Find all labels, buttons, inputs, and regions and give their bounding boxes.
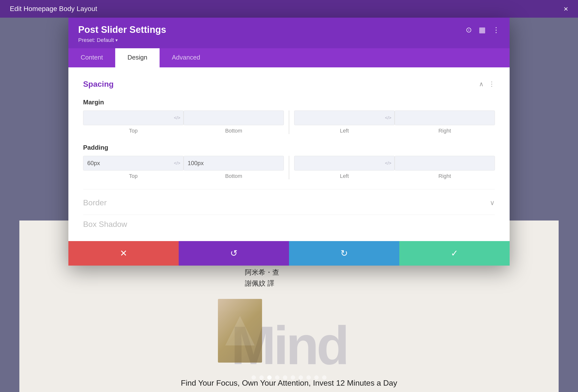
box-shadow-section: Box Shadow — [83, 215, 495, 229]
modal-title: Post Slider Settings — [78, 25, 166, 35]
book-cover-image — [218, 299, 262, 363]
border-section: Border ∨ — [83, 189, 495, 207]
margin-right-wrap: Right — [395, 111, 495, 134]
margin-bottom-label: Bottom — [225, 128, 242, 134]
tab-advanced[interactable]: Advanced — [160, 48, 212, 67]
modal-footer: ✕ ↺ ↻ ✓ — [68, 241, 510, 265]
padding-left-input-row: </> — [294, 156, 395, 171]
margin-left-input-row: </> — [294, 111, 395, 125]
padding-top-label: Top — [129, 173, 138, 179]
margin-right-input-row — [395, 111, 495, 125]
spacing-header-icons: ∧ ⋮ — [479, 80, 495, 88]
padding-top-bottom-pair: </> Top Bottom — [83, 156, 284, 179]
margin-left-code-icon[interactable]: </> — [382, 115, 394, 121]
top-bar-title: Edit Homepage Body Layout — [10, 5, 97, 13]
margin-right-input[interactable] — [395, 114, 495, 121]
modal-header-top: Post Slider Settings ⊙ ▦ ⋮ — [78, 25, 500, 35]
modal-header-icons: ⊙ ▦ ⋮ — [466, 26, 500, 34]
padding-right-input[interactable] — [395, 160, 495, 167]
preset-selector[interactable]: Preset: Default ▾ — [78, 37, 500, 43]
padding-left-code-icon[interactable]: </> — [382, 161, 394, 166]
padding-left-input[interactable] — [294, 160, 382, 167]
border-title: Border — [83, 198, 107, 207]
margin-fields-row: </> Top Bottom — [83, 111, 495, 134]
padding-label: Padding — [83, 144, 495, 151]
padding-fields-row: </> Top Bottom — [83, 156, 495, 179]
tab-design[interactable]: Design — [115, 48, 160, 67]
close-icon[interactable]: × — [564, 5, 568, 13]
margin-top-bottom-pair: </> Top Bottom — [83, 111, 284, 134]
padding-top-input[interactable] — [83, 160, 171, 167]
layout-icon[interactable]: ▦ — [479, 26, 485, 34]
book-title: Find Your Focus, Own Your Attention, Inv… — [181, 379, 397, 388]
padding-left-label: Left — [340, 173, 349, 179]
margin-group: Margin </> Top Bottom — [83, 98, 495, 134]
preset-label: Preset: Default — [78, 37, 114, 43]
spacing-title: Spacing — [83, 80, 113, 89]
spacing-section-header: Spacing ∧ ⋮ — [83, 80, 495, 89]
preset-dropdown-arrow: ▾ — [115, 38, 118, 43]
padding-right-label: Right — [438, 173, 451, 179]
margin-top-label: Top — [129, 128, 138, 134]
modal-header: Post Slider Settings ⊙ ▦ ⋮ Preset: Defau… — [68, 18, 510, 48]
focus-mode-icon[interactable]: ⊙ — [466, 26, 472, 34]
margin-divider — [289, 111, 289, 134]
margin-bottom-input-row — [184, 111, 284, 125]
border-section-header: Border ∨ — [83, 198, 495, 207]
top-bar: Edit Homepage Body Layout × — [0, 0, 578, 18]
margin-label: Margin — [83, 98, 495, 106]
margin-top-input-row: </> — [83, 111, 184, 125]
padding-bottom-input-row — [184, 156, 284, 171]
save-button[interactable]: ✓ — [399, 241, 510, 265]
padding-bottom-label: Bottom — [225, 173, 242, 179]
author-name-zh: 阿米希・查 — [245, 267, 288, 278]
redo-button[interactable]: ↻ — [289, 241, 399, 265]
margin-left-label: Left — [340, 128, 349, 134]
settings-modal: Post Slider Settings ⊙ ▦ ⋮ Preset: Defau… — [68, 18, 510, 265]
margin-right-label: Right — [438, 128, 451, 134]
margin-left-right-pair: </> Left Right — [294, 111, 495, 134]
margin-left-wrap: </> Left — [294, 111, 395, 134]
more-options-icon[interactable]: ⋮ — [492, 26, 500, 34]
translator: 謝佩妏 譯 — [245, 278, 288, 289]
spacing-more-icon[interactable]: ⋮ — [488, 80, 495, 88]
modal-body: Spacing ∧ ⋮ Margin </> Top — [68, 67, 510, 241]
margin-bottom-wrap: Bottom — [184, 111, 284, 134]
tab-content[interactable]: Content — [68, 48, 115, 67]
margin-left-input[interactable] — [294, 114, 382, 121]
margin-bottom-input[interactable] — [184, 114, 284, 121]
border-chevron-icon[interactable]: ∨ — [490, 199, 495, 207]
margin-top-code-icon[interactable]: </> — [171, 115, 183, 121]
modal-tabs: Content Design Advanced — [68, 48, 510, 67]
padding-left-wrap: </> Left — [294, 156, 395, 179]
padding-top-input-row: </> — [83, 156, 184, 171]
spacing-collapse-icon[interactable]: ∧ — [479, 80, 484, 88]
undo-button[interactable]: ↺ — [179, 241, 289, 265]
box-shadow-title: Box Shadow — [83, 220, 127, 229]
padding-top-code-icon[interactable]: </> — [171, 161, 183, 166]
padding-bottom-wrap: Bottom — [184, 156, 284, 179]
padding-left-right-pair: </> Left Right — [294, 156, 495, 179]
padding-bottom-input[interactable] — [184, 160, 284, 167]
margin-top-wrap: </> Top — [83, 111, 184, 134]
padding-top-wrap: </> Top — [83, 156, 184, 179]
margin-top-input[interactable] — [83, 114, 171, 121]
padding-divider — [289, 156, 289, 179]
padding-right-wrap: Right — [395, 156, 495, 179]
padding-right-input-row — [395, 156, 495, 171]
padding-group: Padding </> Top Bottom — [83, 144, 495, 179]
cancel-button[interactable]: ✕ — [68, 241, 179, 265]
